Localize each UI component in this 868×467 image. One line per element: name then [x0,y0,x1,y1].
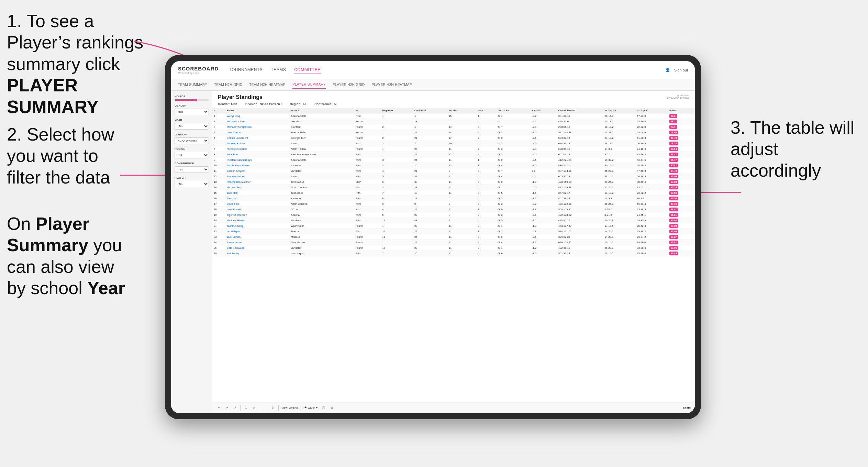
subnav-player-summary[interactable]: PLAYER SUMMARY [292,80,326,89]
subnav-player-h2h-grid[interactable]: PLAYER H2H GRID [333,81,365,89]
region-select[interactable]: N/A All [175,152,209,158]
cell-player[interactable]: Alex Goff [225,196,289,201]
cell-vs50: 57-23-0 [636,113,668,119]
cell-conf-rank: 23 [413,212,447,218]
cell-points: 36.81 [668,212,695,218]
cell-rds: 16 [447,141,477,146]
view-original-text[interactable]: View: Original [281,406,298,409]
cell-player[interactable]: Cole Sherwood [225,245,289,251]
export-btn[interactable]: 📋 [320,405,326,410]
cell-rds: 11 [447,174,477,179]
cell-conf-rank: 24 [413,229,447,234]
gender-select[interactable]: Men Women [175,109,209,115]
timer-btn[interactable]: ⏱ [270,405,276,410]
conference-select[interactable]: (All) [175,166,209,173]
rds-slider[interactable] [175,99,209,101]
cell-rank: 16 [212,196,225,201]
filter-division: Division: NCAA Division I [245,102,282,106]
cell-rank: 7 [212,146,225,152]
cell-player[interactable]: Wenyi Ding [225,113,289,119]
cell-player[interactable]: Jake Hall [225,190,289,196]
cell-player[interactable]: Jacob Stacy Stieson [225,163,289,168]
cell-player[interactable]: Ian Gilligan [225,229,289,234]
slider-thumb[interactable] [194,99,197,101]
paste-btn[interactable]: ⧉ [251,405,256,410]
cell-rds: 11 [447,207,477,212]
cell-rank: 11 [212,168,225,174]
table-row: 26 Petr Hruby Washington Fifth 7 25 11 0… [212,251,695,256]
cell-player[interactable]: Preston Summerhays [225,157,289,163]
watch-btn[interactable]: 👁 Watch ▾ [304,406,317,409]
header-left: SCOREBOARD Powered by clipp TOURNAMENTS … [178,66,321,75]
player-select[interactable]: (All) [175,181,209,187]
cell-player[interactable]: Michael Thorbjornsen [225,124,289,130]
subnav-team-summary[interactable]: TEAM SUMMARY [178,81,207,89]
step3-text3: can also view [7,257,114,277]
cell-yr: Third [354,229,381,234]
cell-yr: Fourth [354,124,381,130]
cell-conf-rank: 24 [413,152,447,157]
format-btn[interactable]: — [259,405,264,410]
nav-teams[interactable]: TEAMS [271,66,286,74]
content-area: Player Standings Update time: 27/03/2024… [212,91,695,413]
cell-avg-sg: 1.0 [531,168,557,174]
cell-avg-sg: -1.8 [531,207,557,212]
cell-rank: 6 [212,141,225,146]
cell-wins: 0 [477,174,496,179]
cell-vs50: 25-42-3 [636,223,668,229]
cell-player[interactable]: David Ford [225,201,289,207]
cell-player[interactable]: Tiger Christensen [225,212,289,218]
cell-player[interactable]: Brendan Valdes [225,174,289,179]
share-btn[interactable]: Share [683,406,691,409]
cell-conf-rank: 24 [413,157,447,163]
division-select[interactable]: NCAA Division I [175,137,209,144]
cell-school: Arizona State [289,157,354,163]
year-select[interactable]: (All) First Second Third Fourth Fifth [175,123,209,130]
cell-player[interactable]: Gordon Sargent [225,168,289,174]
watch-chevron: ▾ [316,406,318,409]
cell-points: 30.95 [668,245,695,251]
subnav-team-h2h-heatmap[interactable]: TEAM H2H HEATMAP [249,81,286,89]
cell-player[interactable]: Jack Lundin [225,234,289,240]
undo-btn[interactable]: ↩ [216,405,222,410]
instruction-step3: On Player Summary you can also view by s… [7,213,137,299]
cell-vs25: 17-17-5 [603,223,635,229]
cell-player[interactable]: Luke Claton [225,130,289,135]
cell-player[interactable]: Petr Hruby [225,251,289,256]
cell-vs25: 13-18-2 [603,190,635,196]
table-row: 16 Alex Goff Kentucky Fifth 8 19 0 0 68.… [212,196,695,201]
table-row: 2 Michael Le Sasso Ole Miss Second 1 18 … [212,119,695,124]
cell-player[interactable]: Maxwell Ford [225,185,289,190]
cell-player[interactable]: Michael Le Sasso [225,119,289,124]
cell-player[interactable]: Phachakorn Matchon [225,179,289,185]
step3-bold3: Year [87,278,125,298]
subnav-player-h2h-heatmap[interactable]: PLAYER H2H HEATMAP [372,81,412,89]
cell-avg-sg: -1.2 [531,245,557,251]
cell-reg-rank: 1 [381,240,413,245]
cell-player[interactable]: Tashirun Song [225,223,289,229]
nav-tournaments[interactable]: TOURNAMENTS [229,66,263,74]
redo2-btn[interactable]: ↺ [232,405,237,410]
redo-btn[interactable]: ↪ [224,405,230,410]
cell-player[interactable]: Bastien Amat [225,240,289,245]
cell-player[interactable]: Jackson Koivun [225,141,289,146]
cell-player[interactable]: Matthew Riedel [225,218,289,223]
copy-btn[interactable]: ⬡ [243,405,248,410]
cell-avg-sg: -0.8 [531,229,557,234]
cell-adj: 68.3 [496,152,531,157]
subnav-team-h2h-grid[interactable]: TEAM H2H GRID [214,81,242,89]
cell-player[interactable]: Nicholas Gabriele [225,146,289,152]
cell-player[interactable]: Christo Lamprecht [225,135,289,141]
cell-player[interactable]: Mats Ege [225,152,289,157]
filter-region: Region: All [290,102,307,106]
cell-avg-sg: -1.6 [531,130,557,135]
slider-track [175,99,195,101]
cell-yr: Third [354,157,381,163]
update-time-value: 27/03/2024 16:56:26 [667,97,689,99]
col-record: Overall Record [557,108,603,113]
cell-player[interactable]: Luke Powell [225,207,289,212]
grid-btn[interactable]: ⊞ [329,405,334,410]
nav-committee[interactable]: COMMITTEE [294,66,321,74]
cell-record: 381-61-11 [557,113,603,119]
sign-out-link[interactable]: Sign out [674,68,688,72]
